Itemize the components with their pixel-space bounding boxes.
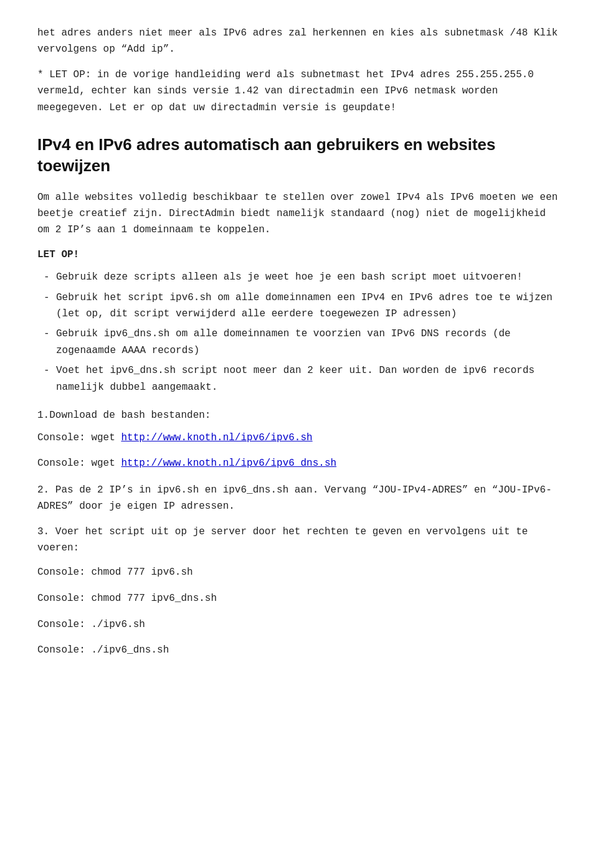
link-ipv6-sh[interactable]: http://www.knoth.nl/ipv6/ipv6.sh	[121, 432, 312, 443]
list-item-text: Gebruik deze scripts alleen als je weet …	[56, 271, 523, 283]
bullet-list: Gebruik deze scripts alleen als je weet …	[37, 269, 561, 395]
console-text-1: Console: wget	[37, 432, 121, 443]
list-item: Voet het ipv6_dns.sh script noot meer da…	[44, 362, 561, 395]
link-ipv6-dns-sh[interactable]: http://www.knoth.nl/ipv6/ipv6_dns.sh	[121, 458, 336, 469]
console-text-2: Console: wget	[37, 458, 121, 469]
step2-label: 2. Pas de 2 IP’s in ipv6.sh en ipv6_dns.…	[37, 482, 561, 515]
list-item-text: Voet het ipv6_dns.sh script noot meer da…	[56, 365, 534, 392]
console-line-1: Console: wget http://www.knoth.nl/ipv6/i…	[37, 430, 561, 446]
console-chmod-ipv6: Console: chmod 777 ipv6.sh	[37, 565, 561, 581]
list-item-text: Gebruik het script ipv6.sh om alle domei…	[56, 292, 553, 319]
step1-label: 1.Download de bash bestanden:	[37, 408, 561, 424]
console-line-2: Console: wget http://www.knoth.nl/ipv6/i…	[37, 456, 561, 472]
console-run-ipv6-dns: Console: ./ipv6_dns.sh	[37, 643, 561, 659]
list-item: Gebruik deze scripts alleen als je weet …	[44, 269, 561, 285]
intro-para2: * LET OP: in de vorige handleiding werd …	[37, 67, 561, 116]
section1-para1: Om alle websites volledig beschikbaar te…	[37, 189, 561, 238]
console-run-ipv6: Console: ./ipv6.sh	[37, 617, 561, 633]
step3-label: 3. Voer het script uit op je server door…	[37, 524, 561, 557]
console-chmod-ipv6-dns: Console: chmod 777 ipv6_dns.sh	[37, 591, 561, 607]
let-op-label: LET OP!	[37, 247, 561, 263]
section1-heading: IPv4 en IPv6 adres automatisch aan gebru…	[37, 134, 561, 177]
list-item-text: Gebruik ipv6_dns.sh om alle domeinnamen …	[56, 328, 511, 356]
list-item: Gebruik ipv6_dns.sh om alle domeinnamen …	[44, 326, 561, 359]
intro-para1: het adres anders niet meer als IPv6 adre…	[37, 25, 561, 58]
list-item: Gebruik het script ipv6.sh om alle domei…	[44, 290, 561, 323]
